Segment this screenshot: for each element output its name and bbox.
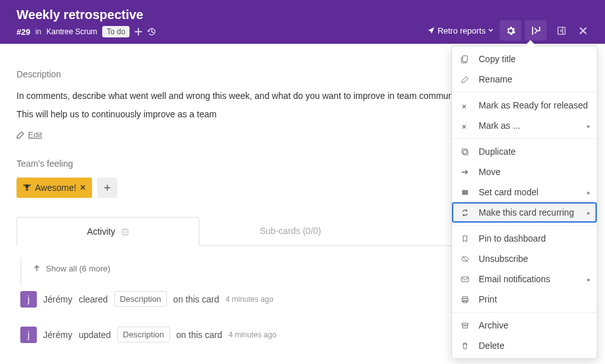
menu-email[interactable]: Email notifications ▸: [452, 269, 597, 289]
eye-off-icon: [461, 255, 471, 263]
board-link[interactable]: Kantree Scrum: [46, 27, 97, 36]
menu-label: Copy title: [479, 54, 515, 64]
menu-delete[interactable]: Delete: [452, 335, 597, 356]
activity-chip: Description: [114, 291, 167, 307]
status-badge[interactable]: To do: [102, 26, 130, 37]
svg-rect-2: [463, 55, 467, 61]
menu-set-model[interactable]: Set card model ▸: [452, 182, 597, 202]
tab-activity[interactable]: Activity: [17, 217, 199, 246]
show-all-link[interactable]: Show all (6 more): [25, 257, 110, 286]
tab-subcards[interactable]: Sub-cards (0/0): [199, 217, 381, 245]
feeling-tag-label: Awesome!: [35, 183, 76, 193]
pin-icon: [461, 122, 471, 130]
caret-down-icon: [488, 28, 493, 33]
close-icon: [579, 27, 587, 35]
tab-activity-label: Activity: [87, 226, 115, 237]
card-actions-menu: Copy title Rename Mark as Ready for rele…: [451, 46, 597, 359]
mail-icon: [461, 275, 471, 283]
menu-duplicate[interactable]: Duplicate: [452, 141, 597, 162]
send-icon: [427, 27, 435, 34]
trophy-icon: [23, 183, 31, 192]
menu-unsubscribe[interactable]: Unsubscribe: [452, 249, 597, 269]
arrow-up-icon: [33, 264, 41, 272]
collapse-icon: [121, 228, 129, 236]
menu-label: Pin to dashboard: [479, 233, 546, 244]
avatar[interactable]: j: [20, 327, 37, 343]
menu-move[interactable]: Move: [452, 162, 597, 182]
menu-label: Move: [479, 167, 500, 177]
recurring-icon: [461, 209, 471, 217]
avatar[interactable]: j: [20, 291, 37, 308]
activity-user: Jérémy: [43, 330, 72, 340]
add-icon[interactable]: [135, 28, 142, 36]
menu-separator: [452, 92, 597, 93]
in-text: in: [36, 27, 41, 36]
show-all-label: Show all (6 more): [46, 264, 110, 273]
chevron-right-icon: ▸: [587, 189, 590, 196]
retro-reports-label: Retro reports: [437, 26, 486, 36]
menu-label: Unsubscribe: [479, 254, 528, 264]
duplicate-icon: [461, 148, 471, 156]
menu-label: Mark as ...: [479, 120, 520, 131]
add-feeling-tag[interactable]: [97, 178, 117, 198]
menu-mark-ready[interactable]: Mark as Ready for released: [452, 95, 597, 115]
menu-separator: [452, 225, 597, 226]
gear-icon: [506, 26, 515, 36]
trash-icon: [461, 342, 471, 350]
edit-description-link[interactable]: Edit: [17, 130, 42, 140]
remove-tag-icon[interactable]: [80, 185, 86, 190]
chevron-right-icon: ▸: [587, 209, 590, 216]
card-header: Weekly retrospective #29 in Kantree Scru…: [0, 0, 605, 44]
activity-verb: updated: [79, 330, 111, 340]
archive-icon: [461, 322, 471, 330]
feeling-tag-awesome[interactable]: Awesome!: [17, 178, 92, 198]
card-icon: [461, 188, 471, 197]
card-number: #29: [17, 27, 30, 37]
activity-time: 4 minutes ago: [229, 330, 276, 339]
enter-button[interactable]: [525, 20, 547, 41]
plus-icon: [103, 184, 111, 192]
retro-reports-link[interactable]: Retro reports: [427, 26, 493, 36]
menu-label: Delete: [479, 341, 504, 351]
pin-icon: [461, 101, 471, 110]
svg-rect-4: [462, 148, 467, 153]
close-button[interactable]: [572, 20, 594, 41]
chevron-right-icon: ▸: [587, 122, 590, 129]
arrow-right-icon: [461, 168, 471, 176]
menu-label: Email notifications: [479, 274, 550, 284]
svg-rect-6: [462, 276, 469, 281]
enter-icon: [531, 26, 541, 36]
menu-archive[interactable]: Archive: [452, 315, 597, 335]
menu-label: Make this card recurring: [479, 207, 574, 218]
menu-label: Mark as Ready for released: [479, 100, 588, 110]
menu-label: Set card model: [479, 187, 538, 197]
pencil-icon: [17, 131, 24, 139]
menu-recurring[interactable]: Make this card recurring ▸: [452, 202, 597, 223]
menu-print[interactable]: Print: [452, 289, 597, 309]
activity-verb: cleared: [79, 294, 108, 304]
svg-rect-5: [462, 190, 468, 194]
menu-separator: [452, 312, 597, 313]
header-actions: Retro reports: [427, 20, 594, 41]
menu-label: Print: [479, 294, 497, 304]
panel-button[interactable]: [550, 20, 572, 41]
menu-label: Archive: [479, 320, 509, 330]
pencil-icon: [461, 75, 471, 84]
print-icon: [461, 296, 471, 304]
activity-suffix: on this card: [176, 330, 222, 340]
menu-copy-title[interactable]: Copy title: [452, 49, 597, 69]
bookmark-icon: [461, 235, 471, 243]
activity-time: 4 minutes ago: [225, 295, 273, 304]
activity-user: Jérémy: [43, 294, 72, 304]
settings-button[interactable]: [500, 20, 521, 41]
menu-separator: [452, 138, 597, 139]
svg-rect-3: [463, 150, 468, 154]
copy-icon: [461, 55, 471, 63]
chevron-right-icon: ▸: [587, 276, 590, 283]
panel-right-icon: [557, 26, 566, 36]
menu-mark-as[interactable]: Mark as ... ▸: [452, 115, 597, 136]
menu-rename[interactable]: Rename: [452, 69, 597, 89]
history-icon[interactable]: [147, 27, 156, 36]
menu-pin[interactable]: Pin to dashboard: [452, 228, 597, 249]
menu-label: Duplicate: [479, 146, 515, 157]
